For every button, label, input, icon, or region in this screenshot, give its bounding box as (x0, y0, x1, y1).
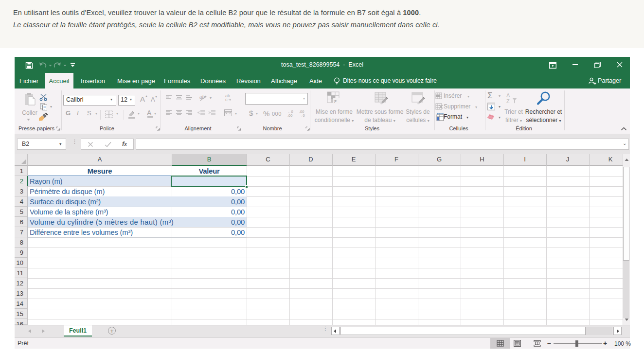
svg-text:,00: ,00 (287, 113, 292, 117)
svg-text:A: A (506, 92, 510, 98)
svg-text:≠: ≠ (334, 98, 337, 104)
svg-text:c: c (225, 97, 228, 102)
svg-text:Z: Z (506, 98, 510, 104)
